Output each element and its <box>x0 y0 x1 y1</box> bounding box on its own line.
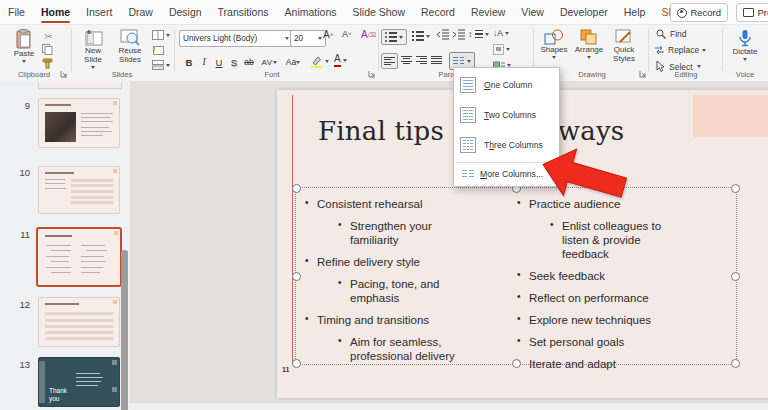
section-button[interactable] <box>152 60 170 70</box>
align-center-button[interactable] <box>399 53 413 67</box>
paste-icon <box>15 29 33 49</box>
layout-icon <box>152 30 164 40</box>
bullet-item: •Seek feedback <box>516 269 676 283</box>
tab-developer[interactable]: Developer <box>552 0 616 24</box>
slide-corner-decoration <box>693 95 768 137</box>
find-button[interactable]: Find <box>656 29 687 39</box>
cut-button[interactable]: ✂ <box>42 30 55 42</box>
copy-icon <box>42 44 53 55</box>
ribbon: Paste ✂ Clipboard New S <box>0 25 768 82</box>
format-painter-button[interactable] <box>42 58 54 69</box>
bold-button[interactable]: B <box>182 55 196 69</box>
thumbnail-slide-12[interactable] <box>38 297 120 347</box>
quick-styles-button[interactable]: Quick Styles <box>606 29 642 64</box>
resize-handle-bottom-center[interactable] <box>512 359 521 368</box>
tab-animations[interactable]: Animations <box>277 0 345 24</box>
two-columns-icon <box>460 107 476 123</box>
resize-handle-bottom-right[interactable] <box>731 359 740 368</box>
reuse-slides-button[interactable]: Reuse Slides <box>112 29 148 65</box>
bullets-button[interactable] <box>381 29 407 45</box>
menu-item-two-columns[interactable]: Two Columns <box>454 100 559 130</box>
paste-button[interactable]: Paste <box>8 29 40 63</box>
bullet-item: •Reflect on performance <box>516 291 676 305</box>
numbering-button[interactable] <box>409 29 433 43</box>
increase-indent-icon <box>452 29 465 40</box>
text-direction-button[interactable]: ↓A <box>493 28 509 38</box>
slides-group-label: Slides <box>112 70 132 79</box>
thumbnail-slide-10[interactable] <box>38 166 120 214</box>
thumbnail-slide-11-selected[interactable] <box>36 227 122 287</box>
record-icon <box>677 8 687 18</box>
bullets-icon <box>385 32 397 42</box>
drawing-dialog-launcher[interactable] <box>639 70 647 78</box>
decrease-indent-button[interactable] <box>436 29 449 40</box>
clipboard-dialog-launcher[interactable] <box>60 70 68 78</box>
tab-view[interactable]: View <box>513 0 552 24</box>
highlight-color-button[interactable] <box>310 55 329 68</box>
resize-handle-top-right[interactable] <box>731 184 740 193</box>
select-icon <box>656 61 665 72</box>
content-textbox[interactable]: •Consistent rehearsal •Strengthen your f… <box>295 187 737 365</box>
present-icon <box>743 8 754 17</box>
text-shadow-button[interactable]: S <box>227 55 241 69</box>
justify-button[interactable] <box>429 53 443 67</box>
bullet-item: •Strengthen your familiarity <box>337 219 462 247</box>
clear-formatting-button[interactable]: A⌫ <box>361 29 376 40</box>
strikethrough-button[interactable]: ab <box>242 55 256 69</box>
numbering-icon <box>412 31 424 41</box>
tab-design[interactable]: Design <box>161 0 210 24</box>
increase-indent-button[interactable] <box>452 29 465 40</box>
arrange-button[interactable]: Arrange <box>572 29 606 59</box>
layout-button[interactable] <box>152 30 170 40</box>
new-slide-button[interactable]: New Slide <box>76 29 110 69</box>
align-text-button[interactable] <box>493 44 510 55</box>
tab-transitions[interactable]: Transitions <box>210 0 277 24</box>
record-button[interactable]: Record <box>670 3 728 22</box>
slide-canvas: Final tips & takeaways 11 •Consistent re… <box>130 81 768 410</box>
font-dialog-launcher[interactable] <box>368 70 376 78</box>
copy-button[interactable] <box>42 44 53 55</box>
tab-help[interactable]: Help <box>616 0 654 24</box>
thumbnail-number: 13 <box>8 359 30 370</box>
shapes-button[interactable]: Shapes <box>538 29 570 59</box>
font-name-select[interactable]: Univers Light (Body) <box>179 30 293 47</box>
resize-handle-top-left[interactable] <box>292 184 301 193</box>
line-spacing-icon: ↕ <box>468 29 473 39</box>
bullet-column-right: •Practice audience •Enlist colleagues to… <box>516 197 676 379</box>
bullet-item: •Explore new techniques <box>516 313 676 327</box>
replace-button[interactable]: Replace <box>654 45 706 55</box>
menu-item-one-column[interactable]: One Column <box>454 70 559 100</box>
resize-handle-mid-right[interactable] <box>731 272 740 281</box>
resize-handle-mid-left[interactable] <box>292 272 301 281</box>
replace-icon <box>654 45 665 55</box>
tab-file[interactable]: File <box>0 0 33 24</box>
three-columns-icon <box>460 137 476 153</box>
tab-record[interactable]: Record <box>413 0 463 24</box>
reset-button[interactable] <box>152 45 164 55</box>
tab-home[interactable]: Home <box>33 0 78 24</box>
increase-font-button[interactable]: A˄ <box>323 29 333 40</box>
drawing-group-label: Drawing <box>578 70 606 79</box>
underline-button[interactable]: U <box>212 55 226 69</box>
change-case-button[interactable]: Aa <box>283 55 303 69</box>
present-button[interactable]: Pres <box>736 3 768 22</box>
powerpoint-window: File Home Insert Draw Design Transitions… <box>0 0 768 410</box>
tab-insert[interactable]: Insert <box>78 0 120 24</box>
decrease-font-button[interactable]: A˅ <box>342 29 352 39</box>
align-left-button[interactable] <box>381 53 398 69</box>
font-size-select[interactable]: 20 <box>290 30 326 47</box>
thumbnail-slide-13[interactable]: Thank you <box>38 357 120 407</box>
line-spacing-button[interactable]: ↕ <box>468 29 489 39</box>
dictate-button[interactable]: Dictate <box>728 29 762 61</box>
character-spacing-button[interactable]: AV <box>259 55 279 69</box>
tab-slide-show[interactable]: Slide Show <box>345 0 414 24</box>
align-center-icon <box>401 56 412 65</box>
tab-draw[interactable]: Draw <box>120 0 161 24</box>
align-right-button[interactable] <box>414 53 428 67</box>
resize-handle-bottom-left[interactable] <box>292 359 301 368</box>
tab-review[interactable]: Review <box>463 0 513 24</box>
thumbnail-scrollbar[interactable] <box>121 250 128 410</box>
font-color-button[interactable]: A <box>334 54 347 67</box>
thumbnail-slide-9[interactable] <box>38 98 120 148</box>
italic-button[interactable]: I <box>197 55 211 69</box>
